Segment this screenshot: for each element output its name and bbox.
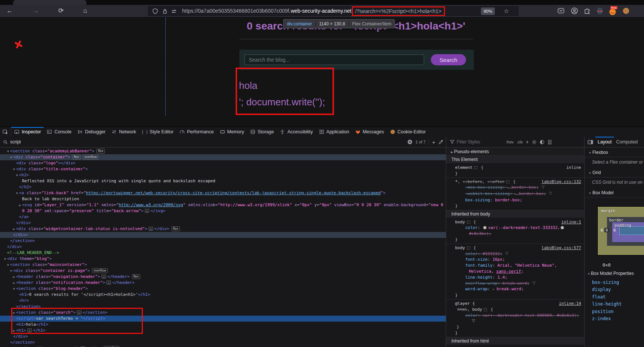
class-toggle[interactable]: .cls xyxy=(516,140,523,144)
css-declaration[interactable]: } xyxy=(446,292,584,298)
markup-row[interactable]: </div> xyxy=(0,220,446,226)
markup-row[interactable]: <hr> xyxy=(0,298,446,304)
box-model-property[interactable]: display xyxy=(592,286,622,293)
pseudo-elements-header[interactable]: ▶Pseudo-elements xyxy=(446,148,584,156)
css-rule[interactable]: element {inline} xyxy=(446,164,584,178)
stylesheet-link[interactable]: inline xyxy=(566,165,581,171)
box-model-content[interactable] xyxy=(619,226,644,235)
css-declaration[interactable] xyxy=(446,318,584,324)
css-declaration[interactable]: -moz-box-sizing: ▸ border-box; xyxy=(446,185,584,191)
markup-row[interactable]: ▶<header class="notification-header">…</… xyxy=(0,280,446,286)
padding-left-value[interactable]: 0 xyxy=(613,228,616,232)
sidebar-tab-computed[interactable]: Computed xyxy=(614,137,640,147)
css-declaration[interactable]: html, body { xyxy=(446,307,584,313)
font-value-link[interactable]: sans-serif xyxy=(496,269,521,274)
css-declaration[interactable]: color: #333332; xyxy=(446,251,584,257)
new-rule-icon[interactable]: + xyxy=(526,139,529,145)
markup-row[interactable]: ▶<section class="search">…</section> xyxy=(0,310,446,316)
border-left-value[interactable]: 0 xyxy=(604,228,609,232)
markup-row[interactable]: <div class="logo"></div> xyxy=(0,160,446,166)
devtools-tab-memory[interactable]: Memory xyxy=(217,127,247,137)
markup-row[interactable]: ▼<section class="blog-header"> xyxy=(0,286,446,292)
css-declaration[interactable]: } xyxy=(446,203,584,209)
devtools-tab-style-editor[interactable]: { }Style Editor xyxy=(139,127,177,137)
markup-row[interactable]: ▶<div class="widgetcontainer-lab-status … xyxy=(0,226,446,232)
markup-search-input[interactable] xyxy=(10,139,317,145)
css-declaration[interactable]: } xyxy=(446,171,584,177)
flex-badge[interactable]: flex xyxy=(132,274,140,279)
markup-row[interactable]: <script>var searchTerms = '</script> xyxy=(0,316,446,322)
light-scheme-icon[interactable] xyxy=(532,140,537,145)
css-declaration[interactable]: } xyxy=(446,330,584,336)
overridden-filter-icon[interactable] xyxy=(549,191,552,196)
collapse-arrow-icon[interactable]: ▼ xyxy=(6,149,10,154)
clear-search-icon[interactable] xyxy=(407,139,413,145)
devtools-tab-performance[interactable]: Performance xyxy=(177,127,217,137)
attribute-link[interactable]: http://www.w3.org/2000/svg xyxy=(119,202,183,207)
collapse-arrow-icon[interactable]: ▼ xyxy=(6,262,10,268)
markup-row[interactable]: 0 28 30" xml:space="preserve" title="bac… xyxy=(0,208,446,214)
margin-left-value[interactable]: 0 xyxy=(601,228,603,232)
attribute-link[interactable]: https://portswigger.net/web-security/cro… xyxy=(86,190,381,195)
markup-row[interactable]: Back to lab description xyxy=(0,196,446,202)
markup-row[interactable]: ▼<a class="link-back" href="https://port… xyxy=(0,190,446,196)
collapse-arrow-icon[interactable]: ▼ xyxy=(3,256,7,262)
box-model-diagram[interactable]: margin border padding 0 0 0 xyxy=(598,207,644,255)
markup-row[interactable]: ▶<svg id="Layer_1" version="1.1" xmlns="… xyxy=(0,202,446,208)
home-button[interactable]: ⌂ xyxy=(81,6,90,15)
ellipsis-chip[interactable]: … xyxy=(148,227,153,231)
markup-row[interactable]: </h2> xyxy=(0,184,446,190)
markup-row[interactable]: </section> xyxy=(0,304,446,310)
devtools-tab-messages[interactable]: Messages xyxy=(352,127,387,137)
markup-row[interactable]: ▼<section class="academyLabBanner">flex xyxy=(0,148,446,154)
markup-row[interactable]: ▼<section class="maincontainer"> xyxy=(0,262,446,268)
markup-row[interactable]: <h1>0 search results for '</script><h1>h… xyxy=(0,292,446,298)
css-rule[interactable]: body {inline:1color: var(--darkreader-te… xyxy=(446,218,584,244)
markup-row[interactable]: </a> xyxy=(0,214,446,220)
blog-search-input[interactable] xyxy=(245,55,424,65)
stylesheet-link[interactable]: labsBlog.css:132 xyxy=(542,179,581,185)
url-bar[interactable]: https://0a7a00e503553466801e03b6007c009f… xyxy=(148,6,519,16)
box-model-section-header[interactable]: ▼Box Model xyxy=(585,188,644,198)
markup-row[interactable]: </section> xyxy=(0,238,446,244)
sidebar-tab-layout[interactable]: Layout xyxy=(595,137,614,147)
expand-arrow-icon[interactable]: ▶ xyxy=(18,202,22,208)
box-model-property[interactable]: float xyxy=(592,294,622,301)
collapse-arrow-icon[interactable]: ▼ xyxy=(15,173,19,178)
lock-icon[interactable] xyxy=(162,8,168,14)
devtools-tab-application[interactable]: Application xyxy=(316,127,352,137)
markup-row[interactable]: </div> xyxy=(0,232,446,238)
collapse-arrow-icon[interactable]: ▼ xyxy=(12,167,16,172)
box-model-property[interactable]: z-index xyxy=(592,315,622,322)
pocket-icon[interactable] xyxy=(557,7,565,15)
flexbox-section-header[interactable]: ▼Flexbox xyxy=(585,148,644,157)
proxy-extension-icon[interactable] xyxy=(596,7,604,15)
overflow-badge[interactable]: overflow xyxy=(83,155,98,159)
devtools-tab-accessibility[interactable]: Accessibility xyxy=(277,127,316,137)
markup-row[interactable]: <h1>hola</h1> xyxy=(0,322,446,328)
back-button[interactable]: ← xyxy=(5,6,14,15)
expand-arrow-icon[interactable]: ▶ xyxy=(12,274,16,280)
pseudo-class-toggle[interactable]: :hov xyxy=(506,140,514,144)
css-rule[interactable]: @layer {inline:14html, body {color: var(… xyxy=(446,300,584,337)
expand-arrow-icon[interactable]: ▶ xyxy=(12,226,16,232)
box-model-properties-header[interactable]: ▼Box Model Properties xyxy=(587,271,634,276)
blog-search-button[interactable]: Search xyxy=(431,54,466,65)
add-rule-icon[interactable]: + xyxy=(432,139,435,145)
devtools-tab-storage[interactable]: Storage xyxy=(247,127,277,137)
account-icon[interactable] xyxy=(571,7,579,15)
stylesheet-link[interactable]: inline:1 xyxy=(561,219,581,225)
css-declaration[interactable]: box-sizing: border-box; xyxy=(446,197,584,203)
markup-row[interactable]: ▼<div class="container is-page">overflow xyxy=(0,268,446,274)
markup-row[interactable]: ▼<div class="title-container"> xyxy=(0,166,446,172)
devtools-tab-network[interactable]: Network xyxy=(108,127,139,137)
highlight-selector-icon[interactable] xyxy=(506,180,509,183)
css-declaration[interactable]: line-height: 1.4; xyxy=(446,275,584,281)
color-swatch[interactable] xyxy=(483,226,487,229)
devtools-tab-inspector[interactable]: Inspector xyxy=(11,127,44,137)
pick-element-icon[interactable] xyxy=(0,127,11,137)
css-declaration[interactable]: color: var(--darkreader-text-333332, xyxy=(446,225,584,231)
markup-row[interactable]: ▶<div class="footer-wrapper">…</div>over… xyxy=(0,346,446,347)
css-declaration[interactable]: #c8c3bc); xyxy=(446,231,584,237)
css-declaration[interactable]: overflow-wrap: break-word; xyxy=(446,281,584,286)
